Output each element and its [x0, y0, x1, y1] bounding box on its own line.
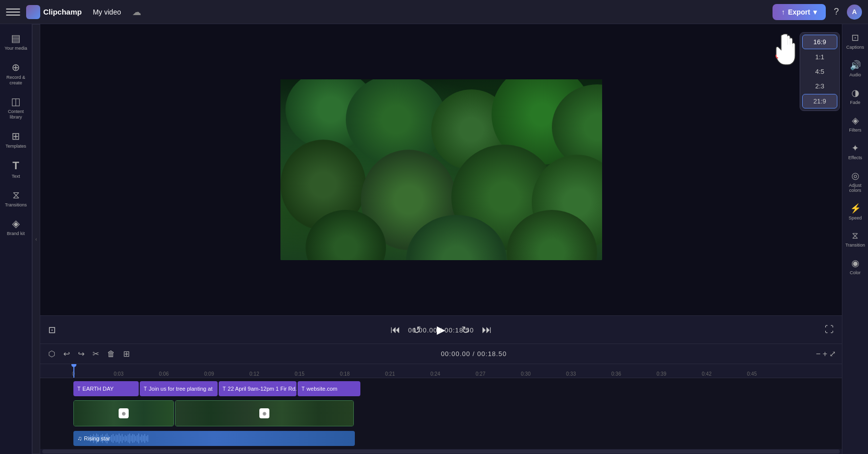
ar-option-16-9[interactable]: 16:9: [802, 35, 837, 49]
sidebar-item-text[interactable]: T Text: [2, 155, 30, 183]
audio-clip[interactable]: ♫ Rising star: [73, 431, 355, 446]
right-sidebar-adjust-colors[interactable]: ◎ Adjustcolors: [843, 166, 867, 197]
text-icon: T: [13, 159, 19, 172]
transition-icon: ⧖: [852, 231, 858, 241]
export-button[interactable]: ↑ Export ▾: [773, 4, 826, 20]
zoom-fit-button[interactable]: ⤢: [829, 349, 836, 359]
ruler-mark-15: 0:15: [295, 371, 304, 377]
audio-label: Audio: [849, 72, 861, 77]
text-track: T EARTH DAY T Join us for tree planting …: [73, 381, 360, 396]
sidebar-item-transitions[interactable]: ⧖ Transitions: [2, 185, 30, 212]
ar-option-1-1[interactable]: 1:1: [802, 50, 837, 64]
text-clip-label: Join us for tree planting at: [149, 386, 213, 392]
audio-track: ♫ Rising star: [73, 431, 355, 446]
sidebar-item-content-library[interactable]: ◫ Contentlibrary: [2, 91, 30, 124]
aspect-ratio-dropdown: 16:9 1:1 4:5 2:3 21:9: [800, 32, 840, 111]
filters-icon: ◈: [852, 115, 859, 126]
split-icon: ⊕: [119, 408, 129, 418]
timeline-content[interactable]: 0 0:03 0:06 0:09 0:12 0:15 0:18 0:21 0:2…: [40, 364, 842, 449]
redo-button[interactable]: ↪: [76, 348, 86, 360]
right-sidebar-speed[interactable]: ⚡ Speed: [843, 199, 867, 224]
captions-label: Captions: [846, 45, 864, 50]
ruler-mark-18: 0:18: [340, 371, 349, 377]
brand-logo-icon: [26, 5, 40, 19]
color-label: Color: [850, 270, 861, 275]
zoom-in-button[interactable]: +: [823, 349, 827, 359]
right-sidebar-transition[interactable]: ⧖ Transition: [843, 226, 867, 252]
right-sidebar-effects[interactable]: ✦ Effects: [843, 139, 867, 164]
sidebar-item-label: Transitions: [5, 202, 27, 208]
right-sidebar-filters[interactable]: ◈ Filters: [843, 111, 867, 137]
text-clip-icon: T: [223, 386, 226, 392]
sidebar-item-brand-kit[interactable]: ◈ Brand kit: [2, 213, 30, 241]
menu-button[interactable]: [6, 5, 20, 19]
zoom-controls: − + ⤢: [816, 349, 836, 359]
text-clip-label: 22 April 9am-12pm 1 Fir Rd.: [228, 386, 297, 392]
ruler-mark-33: 0:33: [566, 371, 575, 377]
captions-icon: ⊡: [851, 32, 859, 43]
effects-icon: ✦: [851, 143, 859, 154]
text-track-row: T EARTH DAY T Join us for tree planting …: [40, 380, 842, 397]
playback-controls: ⊡ ⏮ ↺ ▶ ↻ ⏭ 00:00.00 / 00:18.50 ⛶: [40, 315, 842, 344]
text-clip-label: EARTH DAY: [82, 386, 114, 392]
right-sidebar-captions[interactable]: ⊡ Captions: [843, 28, 867, 54]
ruler-mark-12: 0:12: [249, 371, 259, 377]
right-sidebar-audio[interactable]: 🔊 Audio: [843, 56, 867, 81]
sidebar-item-label: Record &create: [7, 75, 26, 86]
sidebar-item-label: Your media: [5, 46, 27, 51]
text-clip-date[interactable]: T 22 April 9am-12pm 1 Fir Rd.: [219, 381, 297, 396]
brand-logo: Clipchamp: [26, 5, 82, 19]
undo-button[interactable]: ↩: [61, 348, 72, 360]
clip-icon-button[interactable]: ⊡: [48, 324, 56, 335]
sidebar-item-templates[interactable]: ⊞ Templates: [2, 126, 30, 153]
sidebar-item-label: Text: [12, 174, 20, 179]
cloud-icon: ☁: [132, 7, 141, 18]
avatar[interactable]: A: [847, 5, 862, 20]
ar-option-4-5[interactable]: 4:5: [802, 65, 837, 78]
ar-option-2-3[interactable]: 2:3: [802, 79, 837, 93]
delete-button[interactable]: 🗑: [105, 349, 117, 360]
sidebar-item-your-media[interactable]: ▤ Your media: [2, 28, 30, 55]
text-clip-icon: T: [144, 386, 147, 392]
skip-back-button[interactable]: ⏮: [389, 322, 403, 337]
sidebar-collapse-button[interactable]: ‹: [32, 24, 40, 454]
text-clip-icon: T: [302, 386, 305, 392]
save-button[interactable]: ⊞: [121, 348, 132, 360]
fullscreen-button[interactable]: ⛶: [825, 324, 834, 335]
cut-button[interactable]: ✂: [90, 348, 101, 360]
help-button[interactable]: ?: [832, 5, 841, 19]
zoom-out-button[interactable]: −: [816, 349, 820, 359]
ruler-mark-9: 0:09: [204, 371, 214, 377]
brand-name: Clipchamp: [43, 8, 82, 16]
record-create-icon: ⊕: [12, 61, 20, 73]
select-tool-button[interactable]: ⬡: [46, 348, 57, 360]
video-clip-1[interactable]: ⊕: [73, 400, 174, 426]
timeline-time-display: 00:00.00 / 00:18.50: [136, 350, 812, 358]
split-icon: ⊕: [259, 408, 269, 418]
skip-forward-button[interactable]: ⏭: [480, 322, 494, 337]
right-sidebar-fade[interactable]: ◑ Fade: [843, 83, 867, 109]
main-area: ▤ Your media ⊕ Record &create ◫ Contentl…: [0, 24, 868, 454]
audio-icon: 🔊: [850, 60, 861, 71]
ar-option-21-9[interactable]: 21:9: [802, 94, 837, 108]
video-title-button[interactable]: My video: [88, 6, 126, 18]
ruler-mark-39: 0:39: [656, 371, 666, 377]
text-clip-join-us[interactable]: T Join us for tree planting at: [140, 381, 218, 396]
timeline-toolbar: ⬡ ↩ ↪ ✂ 🗑 ⊞ 00:00.00 / 00:18.50 − + ⤢: [40, 344, 842, 364]
right-sidebar-color[interactable]: ◉ Color: [843, 254, 867, 279]
audio-clip-icon: ♫: [77, 435, 82, 442]
effects-label: Effects: [848, 155, 862, 160]
timeline-scrollbar[interactable]: [40, 449, 842, 454]
video-track-row: ⊕ ⊕: [40, 399, 842, 427]
export-arrow: ▾: [813, 8, 817, 16]
audio-track-row: ♫ Rising star: [40, 429, 842, 447]
ruler-mark-36: 0:36: [611, 371, 621, 377]
export-icon: ↑: [782, 8, 785, 16]
sidebar-item-label: Contentlibrary: [8, 109, 24, 120]
ruler-mark-30: 0:30: [521, 371, 530, 377]
text-clip-earth-day[interactable]: T EARTH DAY: [73, 381, 139, 396]
playhead[interactable]: [73, 364, 74, 378]
video-clip-2[interactable]: ⊕: [175, 400, 354, 426]
text-clip-website[interactable]: T website.com: [298, 381, 360, 396]
sidebar-item-record-create[interactable]: ⊕ Record &create: [2, 57, 30, 90]
